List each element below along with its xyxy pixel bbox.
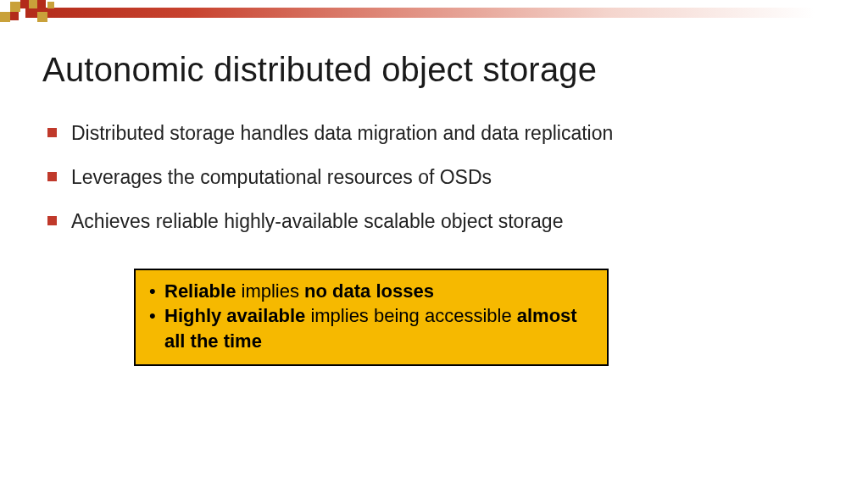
callout-text: implies being accessible [305,305,516,326]
main-bullet-list: Distributed storage handles data migrati… [47,121,822,235]
bullet-item: Leverages the computational resources of… [47,165,822,191]
bullet-item: Distributed storage handles data migrati… [47,121,822,147]
bullet-item: Achieves reliable highly-available scala… [47,209,822,235]
callout-list: Reliable implies no data losses Highly a… [147,279,595,354]
callout-item: Highly available implies being accessibl… [147,303,595,353]
header-decoration [0,0,868,24]
callout-bold: Highly available [164,305,305,326]
callout-text: implies [236,280,304,302]
gradient-bar [25,8,856,18]
callout-bold: no data losses [304,280,434,302]
callout-item: Reliable implies no data losses [147,279,595,304]
highlight-box: Reliable implies no data losses Highly a… [134,269,609,366]
slide-title: Autonomic distributed object storage [42,51,822,89]
slide-content: Autonomic distributed object storage Dis… [42,51,822,366]
callout-bold: Reliable [164,280,236,302]
